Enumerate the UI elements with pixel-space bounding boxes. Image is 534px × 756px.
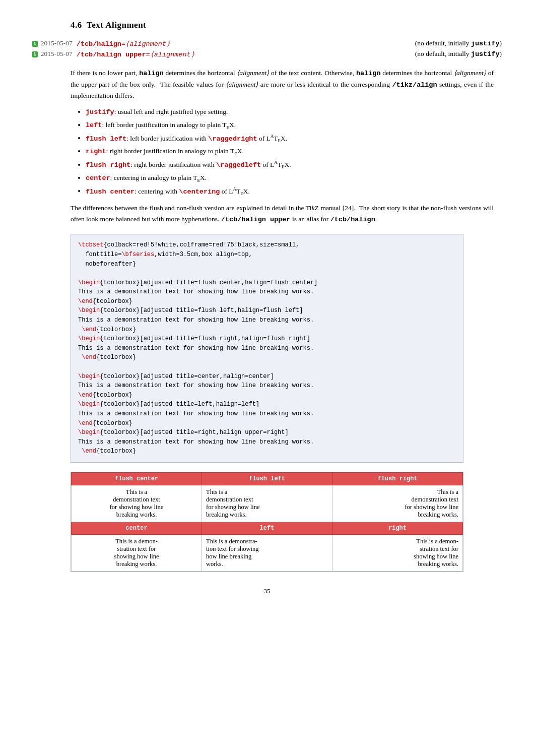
- bullet-center: center: centering in analogy to plain TE…: [86, 172, 494, 184]
- bullet-flush-right: flush right: right border justification …: [86, 159, 494, 171]
- th-flush-center: flush center: [72, 472, 202, 485]
- command-1: /tcb/halign=⟨alignment⟩: [75, 38, 321, 49]
- section-title: 4.6 Text Alignment: [71, 20, 146, 30]
- td-right: This is a demon-stration text forshowing…: [332, 534, 463, 571]
- date-1: 2015-05-07: [41, 39, 73, 47]
- td-flush-center: This is ademonstration textfor showing h…: [72, 485, 202, 522]
- demo-table: flush center flush left flush right This…: [71, 472, 463, 572]
- bullet-left: left: left border justification in analo…: [86, 119, 494, 132]
- page-number: 35: [30, 587, 504, 595]
- demo-table-wrapper: flush center flush left flush right This…: [71, 472, 463, 572]
- th-flush-right: flush right: [332, 472, 463, 485]
- th-right: right: [332, 522, 463, 534]
- body-paragraph-1: If there is no lower part, halign determ…: [30, 68, 504, 101]
- command-table: N 2015-05-07 /tcb/halign=⟨alignment⟩ (no…: [30, 38, 504, 59]
- th-flush-left: flush left: [202, 472, 332, 485]
- bullet-justify: justify: usual left and right justified …: [86, 106, 494, 118]
- bullet-list: justify: usual left and right justified …: [30, 106, 504, 198]
- td-flush-left: This is ademonstration textfor showing h…: [202, 485, 332, 522]
- n-badge-1: N: [32, 41, 38, 47]
- code-block: \tcbset{colback=red!5!white,colframe=red…: [71, 234, 463, 463]
- th-center: center: [72, 522, 202, 534]
- bullet-flush-left: flush left: left border justification wi…: [86, 133, 494, 145]
- td-left: This is a demonstra-tion text for showin…: [202, 534, 332, 571]
- td-center: This is a demon-stration text forshowing…: [72, 534, 202, 571]
- cmd-note-1: (no default, initially justify): [321, 38, 504, 49]
- bullet-flush-center: flush center: centering with \centering …: [86, 185, 494, 198]
- cmd-note-2: (no default, initially justify): [321, 49, 504, 59]
- n-badge-2: N: [32, 51, 38, 57]
- date-2: 2015-05-07: [41, 50, 73, 57]
- th-left: left: [202, 522, 332, 534]
- body-paragraph-2: The differences between the flush and no…: [30, 203, 504, 225]
- command-2: /tcb/halign upper=⟨alignment⟩: [75, 49, 321, 59]
- bullet-right: right: right border justification in ana…: [86, 146, 494, 158]
- td-flush-right: This is ademonstration textfor showing h…: [332, 485, 463, 522]
